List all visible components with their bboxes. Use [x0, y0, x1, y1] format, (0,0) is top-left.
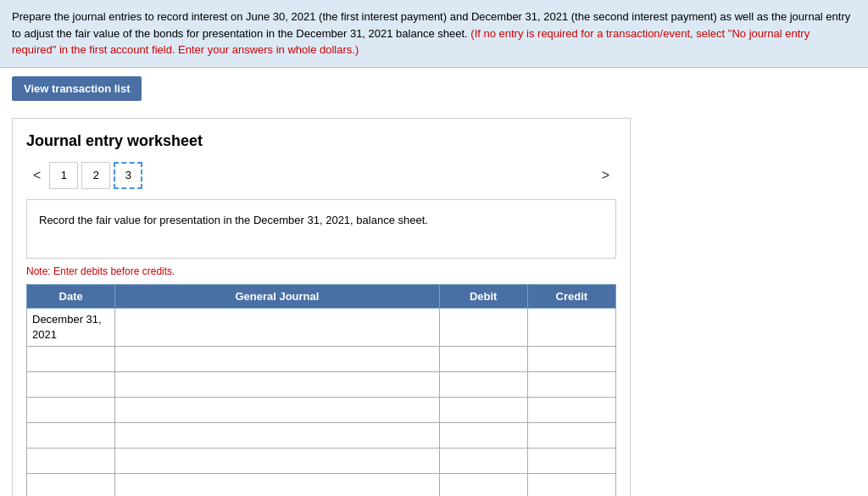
table-row-debit-6[interactable] — [439, 473, 527, 496]
journal-input-6[interactable] — [115, 474, 438, 496]
view-transaction-button[interactable]: View transaction list — [12, 76, 142, 101]
credit-input-0[interactable] — [528, 309, 615, 346]
debit-input-2[interactable] — [440, 372, 527, 397]
table-row-credit-1[interactable] — [527, 346, 615, 371]
table-row-debit-1[interactable] — [439, 346, 527, 371]
col-header-credit: Credit — [527, 284, 615, 308]
table-row-journal-6[interactable] — [115, 473, 439, 496]
tab-3[interactable]: 3 — [114, 162, 142, 189]
table-row-credit-0[interactable] — [527, 308, 615, 346]
table-row-journal-0[interactable] — [115, 308, 439, 346]
table-row-date-1 — [27, 346, 115, 371]
credit-input-6[interactable] — [528, 474, 615, 496]
debit-input-4[interactable] — [440, 423, 527, 448]
table-row-date-2 — [27, 371, 115, 397]
tab-2[interactable]: 2 — [81, 162, 110, 189]
tabs-row: < 1 2 3 > — [26, 162, 616, 189]
table-row-debit-5[interactable] — [439, 448, 527, 473]
table-row-date-5 — [27, 448, 115, 473]
credit-input-3[interactable] — [528, 398, 615, 422]
instruction-box: Prepare the journal entries to record in… — [0, 0, 868, 68]
table-row-journal-2[interactable] — [115, 371, 439, 397]
debit-input-5[interactable] — [440, 449, 527, 473]
table-row-credit-2[interactable] — [527, 371, 615, 397]
table-row-journal-1[interactable] — [115, 346, 439, 371]
table-row-journal-4[interactable] — [115, 422, 439, 448]
journal-input-0[interactable] — [115, 309, 438, 346]
col-header-debit: Debit — [439, 284, 527, 308]
next-arrow[interactable]: > — [595, 164, 616, 187]
table-row-date-4 — [27, 422, 115, 448]
worksheet-title: Journal entry worksheet — [26, 132, 616, 150]
credit-input-2[interactable] — [528, 372, 615, 397]
credit-input-4[interactable] — [528, 423, 615, 448]
prev-arrow[interactable]: < — [26, 164, 47, 187]
table-row-date-0: December 31, 2021 — [27, 308, 115, 346]
table-row-credit-6[interactable] — [527, 473, 615, 496]
table-row-debit-4[interactable] — [439, 422, 527, 448]
table-row-credit-5[interactable] — [527, 448, 615, 473]
col-header-date: Date — [27, 284, 115, 308]
note-text: Note: Enter debits before credits. — [26, 265, 616, 277]
table-row-debit-0[interactable] — [439, 308, 527, 346]
table-row-credit-4[interactable] — [527, 422, 615, 448]
col-header-journal: General Journal — [115, 284, 439, 308]
table-row-debit-3[interactable] — [439, 397, 527, 422]
table-row-date-6 — [27, 473, 115, 496]
credit-input-1[interactable] — [528, 347, 615, 371]
journal-input-1[interactable] — [115, 347, 438, 371]
table-row-debit-2[interactable] — [439, 371, 527, 397]
debit-input-3[interactable] — [440, 398, 527, 422]
debit-input-1[interactable] — [440, 347, 527, 371]
table-row-journal-3[interactable] — [115, 397, 439, 422]
table-row-credit-3[interactable] — [527, 397, 615, 422]
description-box: Record the fair value for presentation i… — [26, 199, 616, 259]
journal-input-3[interactable] — [115, 398, 438, 422]
tab-1[interactable]: 1 — [49, 162, 78, 189]
journal-input-2[interactable] — [115, 372, 438, 397]
journal-input-4[interactable] — [115, 423, 438, 448]
credit-input-5[interactable] — [528, 449, 615, 473]
journal-table: Date General Journal Debit Credit Decemb… — [26, 284, 616, 497]
table-row-journal-5[interactable] — [115, 448, 439, 473]
table-row-date-3 — [27, 397, 115, 422]
journal-input-5[interactable] — [115, 449, 438, 473]
debit-input-0[interactable] — [440, 309, 527, 346]
worksheet-container: Journal entry worksheet < 1 2 3 > Record… — [12, 118, 631, 497]
debit-input-6[interactable] — [440, 474, 527, 496]
